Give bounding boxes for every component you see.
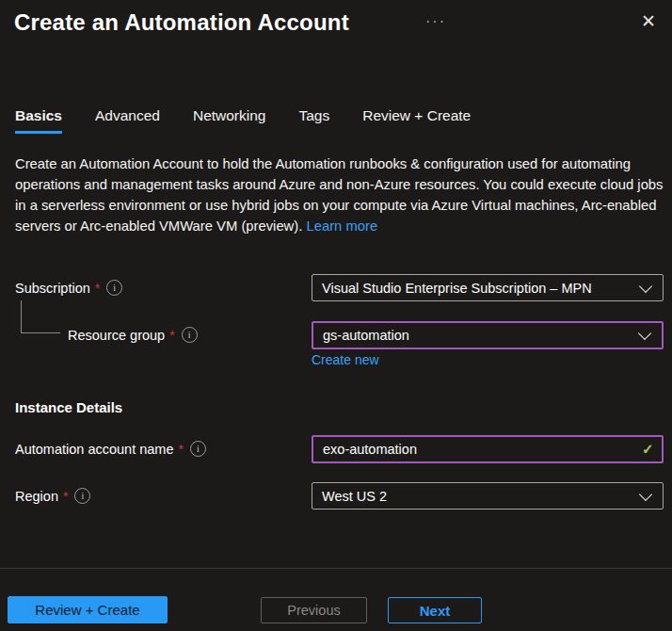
chevron-down-icon xyxy=(639,279,652,292)
required-asterisk: * xyxy=(169,328,174,343)
chevron-down-icon xyxy=(639,487,652,500)
resource-group-label: Resource group * i xyxy=(68,327,198,343)
tab-bar: Basics Advanced Networking Tags Review +… xyxy=(15,107,471,134)
resource-group-value: gs-automation xyxy=(323,328,409,343)
tab-basics[interactable]: Basics xyxy=(15,107,62,134)
info-icon[interactable]: i xyxy=(190,441,206,457)
close-icon[interactable]: ✕ xyxy=(641,12,656,30)
subscription-value: Visual Studio Enterprise Subscription – … xyxy=(322,281,592,296)
required-asterisk: * xyxy=(178,442,183,457)
subscription-label: Subscription * i xyxy=(15,280,122,296)
review-create-button[interactable]: Review + Create xyxy=(8,596,168,623)
tab-tags[interactable]: Tags xyxy=(298,107,329,134)
learn-more-link[interactable]: Learn more xyxy=(306,218,377,234)
required-asterisk: * xyxy=(95,281,100,296)
page-title: Create an Automation Account xyxy=(14,9,349,36)
info-icon[interactable]: i xyxy=(106,280,122,296)
footer-divider xyxy=(0,568,672,569)
chevron-down-icon xyxy=(638,327,651,340)
account-name-label: Automation account name * i xyxy=(15,441,206,457)
region-dropdown[interactable]: West US 2 xyxy=(312,482,664,510)
previous-button[interactable]: Previous xyxy=(261,597,367,623)
info-icon[interactable]: i xyxy=(182,327,198,343)
more-options-icon[interactable]: ··· xyxy=(425,13,446,30)
next-button[interactable]: Next xyxy=(388,597,482,623)
resource-group-dropdown[interactable]: gs-automation xyxy=(312,321,664,349)
tab-advanced[interactable]: Advanced xyxy=(95,107,160,134)
tab-review-create[interactable]: Review + Create xyxy=(362,107,471,134)
region-value: West US 2 xyxy=(322,489,387,504)
tab-networking[interactable]: Networking xyxy=(193,107,266,134)
resource-group-connector-line xyxy=(21,300,60,333)
instance-details-heading: Instance Details xyxy=(15,399,122,415)
automation-account-name-input[interactable] xyxy=(312,435,664,463)
create-new-link[interactable]: Create new xyxy=(312,352,379,367)
info-icon[interactable]: i xyxy=(74,488,90,504)
description: Create an Automation Account to hold the… xyxy=(15,154,664,236)
subscription-dropdown[interactable]: Visual Studio Enterprise Subscription – … xyxy=(312,274,664,301)
valid-check-icon: ✓ xyxy=(642,441,654,458)
region-label: Region * i xyxy=(15,488,90,504)
required-asterisk: * xyxy=(63,489,68,504)
